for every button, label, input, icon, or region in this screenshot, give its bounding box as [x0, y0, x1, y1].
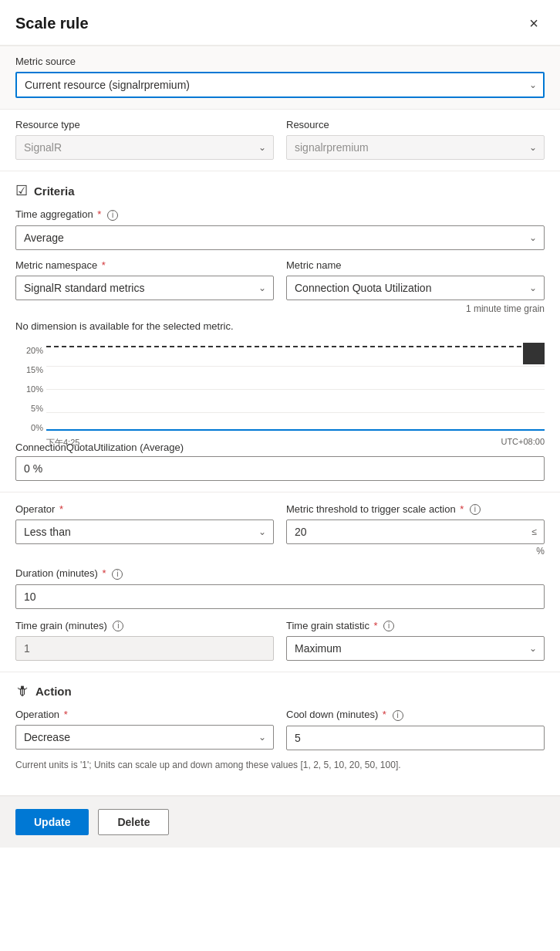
time-aggregation-label: Time aggregation * i [15, 208, 545, 221]
metric-namespace-select[interactable]: SignalR standard metrics [15, 276, 274, 300]
action-title: Action [35, 685, 72, 698]
operation-wrapper: Increase count by Decrease count by Incr… [15, 725, 274, 750]
metric-threshold-select[interactable]: 20 [286, 519, 545, 544]
metric-name-select[interactable]: Connection Quota Utilization [286, 276, 545, 300]
panel-header: Scale rule × [0, 0, 560, 45]
metric-namespace-col: Metric namespace * SignalR standard metr… [15, 259, 274, 300]
chart-grid [46, 343, 545, 435]
cool-down-col: Cool down (minutes) * i [286, 709, 545, 750]
cool-down-info-icon[interactable]: i [393, 710, 403, 721]
resource-type-col: Resource type SignalR ⌄ [15, 119, 274, 160]
chart-thumbnail [523, 343, 545, 364]
metric-source-section: Metric source Current resource (signalrp… [0, 46, 560, 110]
time-aggregation-select[interactable]: Average Minimum Maximum Total Last Count [15, 225, 545, 250]
metric-source-select[interactable]: Current resource (signalrpremium) [15, 72, 545, 98]
resource-label: Resource [286, 119, 545, 130]
y-label-15: 15% [15, 365, 43, 374]
duration-info-icon[interactable]: i [112, 569, 123, 580]
duration-input[interactable] [15, 584, 545, 609]
scale-rule-panel: Scale rule × Metric source Current resou… [0, 0, 560, 951]
resource-type-select: SignalR [15, 135, 274, 160]
operation-required: * [64, 709, 68, 720]
operator-select[interactable]: Less than Greater than Greater than or e… [15, 519, 274, 544]
resource-section: Resource type SignalR ⌄ Resource signalr… [0, 110, 560, 171]
metric-name-wrapper: Connection Quota Utilization ⌄ [286, 276, 545, 300]
chart-inner: 20% 15% 10% 5% 0% [15, 343, 545, 435]
operator-col: Operator * Less than Greater than Greate… [15, 503, 274, 557]
metric-name-label: Metric name [286, 259, 545, 271]
time-grain-statistic-info-icon[interactable]: i [383, 621, 394, 631]
duration-label: Duration (minutes) * i [15, 567, 545, 580]
dashed-threshold-line [46, 346, 545, 347]
update-button[interactable]: Update [15, 809, 89, 835]
operator-wrapper: Less than Greater than Greater than or e… [15, 519, 274, 544]
operator-required: * [59, 503, 63, 515]
y-label-0: 0% [15, 423, 43, 432]
close-button[interactable]: × [523, 12, 545, 34]
criteria-title: Criteria [34, 184, 75, 198]
grid-line-10 [46, 389, 545, 390]
time-grain-col: Time grain (minutes) i [15, 620, 274, 662]
metric-namespace-wrapper: SignalR standard metrics ⌄ [15, 276, 274, 300]
time-aggregation-required: * [97, 208, 101, 220]
cool-down-label: Cool down (minutes) * i [286, 709, 545, 721]
criteria-icon: ☑ [15, 182, 28, 199]
y-label-10: 10% [15, 384, 43, 394]
chart-time-label: 下午4:25 [46, 437, 79, 448]
footer-bar: Update Delete [0, 796, 560, 848]
y-label-5: 5% [15, 404, 43, 413]
operator-label: Operator * [15, 503, 274, 515]
time-grain-statistic-label: Time grain statistic * i [286, 620, 545, 632]
time-grain-note: 1 minute time grain [15, 303, 545, 314]
time-grain-label: Time grain (minutes) i [15, 620, 274, 632]
action-section: 🗡 Action Operation * Increase count by D… [0, 672, 560, 783]
chart-timezone-label: UTC+08:00 [501, 437, 545, 448]
resource-col: Resource signalrpremium ⌄ [286, 119, 545, 160]
duration-required: * [103, 567, 106, 579]
operator-row: Operator * Less than Greater than Greate… [15, 503, 545, 557]
operator-section: Operator * Less than Greater than Greate… [0, 492, 560, 568]
time-grain-info-icon[interactable]: i [113, 621, 123, 631]
time-grain-input [15, 636, 274, 661]
operation-col: Operation * Increase count by Decrease c… [15, 709, 274, 750]
metric-namespace-required: * [102, 259, 106, 271]
time-aggregation-wrapper: Average Minimum Maximum Total Last Count… [15, 225, 545, 250]
metric-value-input[interactable] [15, 456, 545, 481]
metric-source-wrapper: Current resource (signalrpremium) ⌄ [15, 72, 545, 98]
metric-threshold-wrapper: 20 ≤ [286, 519, 545, 544]
operation-select[interactable]: Increase count by Decrease count by Incr… [15, 725, 274, 750]
grid-line-5 [46, 412, 545, 413]
delete-button[interactable]: Delete [98, 809, 169, 835]
time-grain-section: Time grain (minutes) i Time grain statis… [0, 620, 560, 672]
operation-label: Operation * [15, 709, 274, 720]
metric-threshold-label: Metric threshold to trigger scale action… [286, 503, 545, 516]
grid-line-15 [46, 366, 545, 367]
time-grain-statistic-wrapper: Average Minimum Maximum Sum ⌄ [286, 636, 545, 661]
action-header: 🗡 Action [15, 683, 545, 699]
metric-threshold-col: Metric threshold to trigger scale action… [286, 503, 545, 557]
criteria-header: ☑ Criteria [15, 182, 545, 199]
criteria-section: ☑ Criteria Time aggregation * i Average … [0, 171, 560, 492]
blue-baseline-line [46, 429, 545, 431]
metric-namespace-label: Metric namespace * [15, 259, 274, 271]
metric-threshold-info-icon[interactable]: i [470, 504, 481, 515]
metric-namespace-row: Metric namespace * SignalR standard metr… [15, 259, 545, 300]
cool-down-required: * [383, 709, 386, 720]
time-grain-statistic-col: Time grain statistic * i Average Minimum… [286, 620, 545, 662]
time-grain-statistic-select[interactable]: Average Minimum Maximum Sum [286, 636, 545, 661]
panel-title: Scale rule [15, 15, 89, 32]
helper-text: Current units is '1'; Units can scale up… [15, 758, 545, 772]
time-aggregation-info-icon[interactable]: i [107, 210, 118, 221]
y-label-20: 20% [15, 346, 43, 355]
action-icon: 🗡 [15, 683, 29, 699]
metric-name-col: Metric name Connection Quota Utilization… [286, 259, 545, 300]
metric-threshold-required: * [460, 503, 464, 515]
duration-section: Duration (minutes) * i [0, 567, 560, 620]
y-axis-labels: 20% 15% 10% 5% 0% [15, 343, 43, 435]
metric-source-label: Metric source [15, 56, 545, 67]
time-grain-statistic-required: * [374, 620, 378, 631]
metric-threshold-unit: % [286, 546, 545, 557]
no-dimension-note: No dimension is available for the select… [15, 320, 545, 332]
resource-select: signalrpremium [286, 135, 545, 160]
cool-down-input[interactable] [286, 726, 545, 750]
